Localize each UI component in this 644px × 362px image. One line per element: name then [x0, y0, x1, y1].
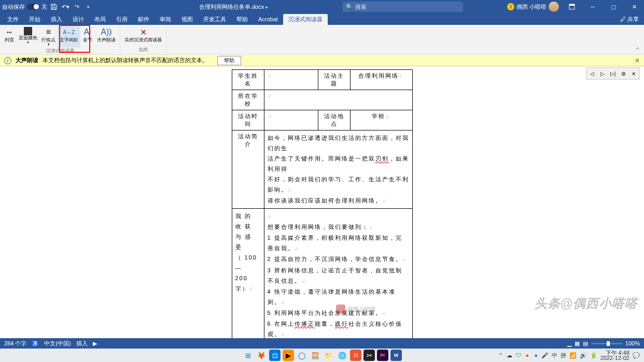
- status-insert-mode[interactable]: 插入: [76, 340, 88, 347]
- accessibility-icon[interactable]: ♿: [32, 340, 39, 347]
- battery-icon[interactable]: 🔋: [590, 352, 597, 359]
- browser-icon[interactable]: ◯: [296, 350, 307, 361]
- calculator-icon[interactable]: 🧮: [310, 350, 321, 361]
- cell-topic-value: 合理利用网络: [358, 73, 399, 79]
- media-icon[interactable]: ▶: [283, 350, 294, 361]
- previous-icon[interactable]: ◁: [587, 69, 597, 78]
- tray-onedrive-icon[interactable]: ☁: [506, 352, 513, 359]
- autosave-label: 自动保存: [2, 3, 25, 11]
- document-area: 学生姓名 ↲ 活动主题 合理利用网络↲ 所在学校 ↲ 活动时间 ↲ 活动地点 学…: [0, 66, 644, 338]
- column-width-button[interactable]: ↔列宽: [2, 26, 17, 48]
- clock[interactable]: 下午 4:48 2022-12-02: [600, 350, 629, 360]
- tray-mic-icon[interactable]: 🎤: [541, 352, 549, 359]
- app-red-icon[interactable]: 日: [350, 350, 361, 361]
- svg-rect-1: [569, 4, 575, 6]
- ribbon-group-label: 沉浸式阅读器: [46, 48, 74, 54]
- tab-review[interactable]: 审阅: [155, 14, 176, 25]
- syllables-button[interactable]: A·音节: [80, 26, 95, 48]
- tray-app2-icon[interactable]: ●: [533, 352, 540, 359]
- user-account[interactable]: ! 偶西 小嗒嗒: [507, 2, 559, 12]
- ime-language[interactable]: 中: [552, 352, 557, 359]
- status-language[interactable]: 中文(中国): [44, 340, 71, 347]
- maximize-icon[interactable]: ▢: [606, 0, 621, 13]
- settings-icon[interactable]: ⚙: [619, 69, 628, 78]
- wifi-icon[interactable]: 📶: [569, 352, 577, 359]
- close-toolbar-icon[interactable]: ✕: [629, 69, 638, 78]
- tab-home[interactable]: 开始: [24, 14, 46, 25]
- close-info-icon[interactable]: ✕: [635, 57, 640, 64]
- text-spacing-button[interactable]: A↔Z文字间距: [58, 26, 80, 48]
- watermark-small: 偶西小嗒嗒: [336, 305, 376, 314]
- play-icon[interactable]: ▷: [598, 69, 607, 78]
- autosave-toggle[interactable]: 自动保存 关: [2, 3, 47, 11]
- info-bar-message: 本文档包括与计算机上的默认朗读转换声音不匹配的语言的文本。: [43, 56, 208, 64]
- collapse-ribbon-icon[interactable]: ⌃: [635, 47, 640, 53]
- taskbar: ⊞ 🦊 ⊡ ▶ ◯ 🧮 📁 🌐 日 ✂ Pr W ⌃ ☁ 🛡 ● ● 🎤 中 拼…: [0, 349, 644, 362]
- ribbon-display-icon[interactable]: [564, 0, 580, 13]
- cell-time-label: 活动时间: [232, 110, 264, 131]
- warning-icon: !: [507, 3, 514, 10]
- zoom-level[interactable]: 100%: [625, 340, 640, 346]
- info-icon: i: [4, 57, 11, 64]
- tray-app1-icon[interactable]: ●: [524, 352, 531, 359]
- save-icon[interactable]: [49, 2, 59, 11]
- view-print-icon[interactable]: ▦: [575, 340, 580, 347]
- tab-file[interactable]: 文件: [2, 14, 24, 25]
- ribbon-group-close: ✕关闭沉浸式阅读器 关闭: [120, 25, 166, 54]
- next-icon[interactable]: ▷|: [608, 69, 618, 78]
- ime-mode[interactable]: 拼: [561, 352, 566, 359]
- tab-insert[interactable]: 插入: [46, 14, 67, 25]
- tab-help[interactable]: 帮助: [231, 14, 253, 25]
- tab-acrobat[interactable]: Acrobat: [253, 15, 283, 24]
- app1-icon[interactable]: ⊡: [269, 350, 281, 361]
- firefox-icon[interactable]: 🦊: [256, 350, 267, 361]
- word-icon[interactable]: W: [390, 350, 402, 361]
- taskbar-apps: ⊞ 🦊 ⊡ ▶ ◯ 🧮 📁 🌐 日 ✂ Pr W: [242, 350, 402, 361]
- tab-immersive-reader[interactable]: 沉浸式阅读器: [283, 14, 328, 25]
- view-focus-icon[interactable]: ▁: [567, 340, 571, 347]
- premiere-icon[interactable]: Pr: [377, 350, 388, 361]
- page-color-button[interactable]: 页面颜色▾: [17, 26, 39, 48]
- tab-view[interactable]: 视图: [176, 14, 198, 25]
- read-aloud-toolbar: ◁ ▷ ▷| ⚙ ✕: [586, 67, 640, 80]
- tab-layout[interactable]: 布局: [89, 14, 111, 25]
- tray-chevron-icon[interactable]: ⌃: [498, 352, 503, 359]
- user-name: 偶西 小嗒嗒: [516, 3, 547, 11]
- search-input[interactable]: [355, 4, 427, 10]
- close-immersive-button[interactable]: ✕关闭沉浸式阅读器: [122, 26, 164, 44]
- zoom-slider[interactable]: [591, 343, 622, 344]
- tab-developer[interactable]: 开发工具: [198, 14, 231, 25]
- cell-place-label: 活动地点: [318, 110, 350, 131]
- status-word-count[interactable]: 284 个字: [4, 340, 26, 347]
- undo-icon[interactable]: ↶▾: [61, 2, 70, 11]
- explorer-icon[interactable]: 📁: [323, 350, 334, 361]
- volume-icon[interactable]: 🔊: [580, 352, 587, 359]
- qat-dropdown-icon[interactable]: ▾: [83, 2, 93, 11]
- search-box[interactable]: 🔍: [343, 2, 463, 12]
- notifications-icon[interactable]: 💬: [633, 352, 640, 359]
- system-tray: ⌃ ☁ 🛡 ● ● 🎤 中 拼 📶 🔊 🔋 下午 4:48 2022-12-02…: [498, 350, 640, 360]
- tray-security-icon[interactable]: 🛡: [515, 352, 522, 359]
- help-button[interactable]: 帮助: [217, 56, 241, 65]
- redo-icon[interactable]: ↷: [72, 2, 81, 11]
- autosave-state: 关: [41, 3, 47, 11]
- line-focus-button[interactable]: ≡行焦点▾: [39, 26, 58, 48]
- share-button[interactable]: 🖊共享: [615, 14, 644, 25]
- tab-mailings[interactable]: 邮件: [133, 14, 155, 25]
- close-icon[interactable]: ✕: [626, 0, 642, 13]
- cell-place-value: 学校: [372, 113, 385, 119]
- cell-intro-label: 活动简介: [232, 131, 264, 209]
- macro-icon[interactable]: ▶: [93, 340, 97, 347]
- read-aloud-button[interactable]: A))大声朗读: [95, 26, 118, 48]
- document-table: 学生姓名 ↲ 活动主题 合理利用网络↲ 所在学校 ↲ 活动时间 ↲ 活动地点 学…: [232, 69, 413, 362]
- tab-references[interactable]: 引用: [111, 14, 133, 25]
- minimize-icon[interactable]: ─: [585, 0, 600, 13]
- start-icon[interactable]: ⊞: [242, 350, 254, 361]
- toggle-switch[interactable]: [27, 4, 39, 10]
- view-web-icon[interactable]: ▤: [583, 340, 588, 347]
- tab-design[interactable]: 设计: [67, 14, 89, 25]
- ribbon-group-immersive: ↔列宽 页面颜色▾ ≡行焦点▾ A↔Z文字间距 A·音节 A))大声朗读 沉浸式…: [0, 25, 120, 54]
- ribbon-group-label-close: 关闭: [138, 47, 148, 53]
- app-black-icon[interactable]: ✂: [363, 350, 375, 361]
- edge-icon[interactable]: 🌐: [337, 350, 348, 361]
